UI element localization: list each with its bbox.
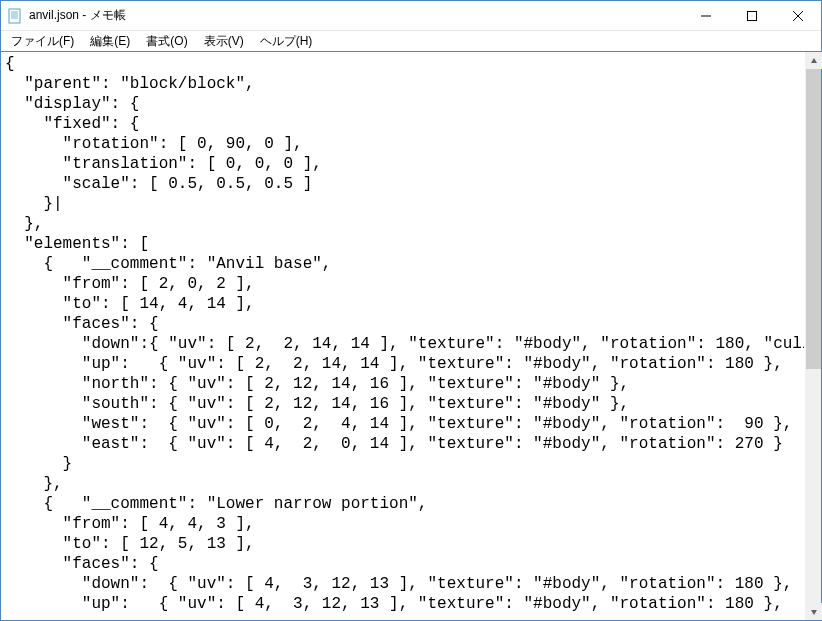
vertical-scrollbar[interactable]: [804, 52, 821, 620]
svg-rect-6: [748, 11, 757, 20]
close-button[interactable]: [775, 1, 821, 30]
menu-view[interactable]: 表示(V): [196, 32, 252, 51]
scroll-thumb[interactable]: [806, 69, 821, 369]
scroll-down-button[interactable]: [805, 603, 822, 620]
editor-content[interactable]: { "parent": "block/block", "display": { …: [1, 52, 804, 616]
menu-bar: ファイル(F) 編集(E) 書式(O) 表示(V) ヘルプ(H): [1, 31, 821, 51]
menu-format[interactable]: 書式(O): [138, 32, 195, 51]
svg-marker-10: [811, 610, 817, 615]
menu-help[interactable]: ヘルプ(H): [252, 32, 321, 51]
title-bar: anvil.json - メモ帳: [1, 1, 821, 31]
client-area: { "parent": "block/block", "display": { …: [1, 51, 821, 620]
notepad-icon: [7, 8, 23, 24]
menu-edit[interactable]: 編集(E): [82, 32, 138, 51]
text-editor[interactable]: { "parent": "block/block", "display": { …: [1, 52, 804, 620]
minimize-button[interactable]: [683, 1, 729, 30]
window-controls: [683, 1, 821, 30]
svg-marker-9: [811, 58, 817, 63]
maximize-button[interactable]: [729, 1, 775, 30]
scroll-up-button[interactable]: [805, 52, 822, 69]
menu-file[interactable]: ファイル(F): [3, 32, 82, 51]
window-title: anvil.json - メモ帳: [29, 7, 126, 24]
notepad-window: anvil.json - メモ帳 ファイル(F) 編集(E) 書式(O) 表示(…: [0, 0, 822, 621]
